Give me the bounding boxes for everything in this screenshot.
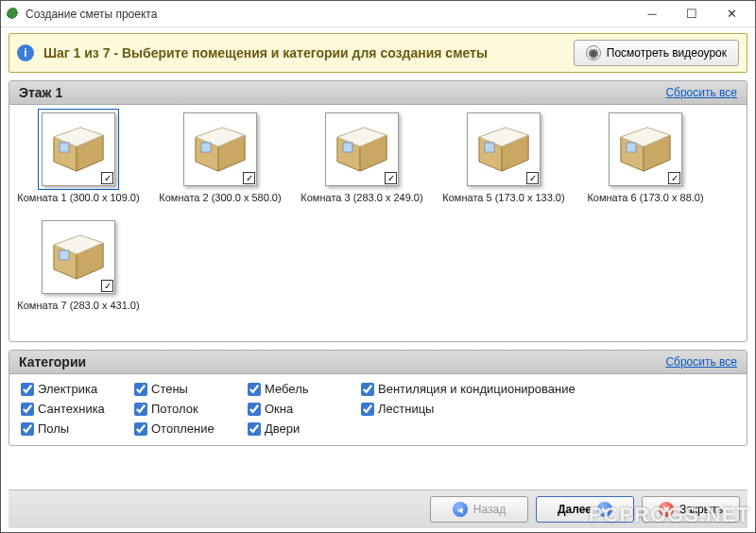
floor-panel-header: Этаж 1 Сбросить все xyxy=(9,81,747,105)
back-button[interactable]: ◄ Назад xyxy=(430,496,528,523)
category-checkbox[interactable] xyxy=(21,422,34,436)
category-item[interactable]: Вентиляция и кондиционирование xyxy=(361,382,735,396)
category-checkbox[interactable] xyxy=(361,403,374,416)
category-item[interactable]: Электрика xyxy=(21,382,115,396)
room-checkbox[interactable]: ✓ xyxy=(526,172,539,184)
category-checkbox[interactable] xyxy=(248,403,261,416)
room-item[interactable]: ✓Комната 2 (300.0 x 580.0) xyxy=(159,112,282,203)
svg-rect-9 xyxy=(201,143,211,152)
category-checkbox[interactable] xyxy=(134,403,147,416)
window-controls: ─ ☐ ✕ xyxy=(632,2,751,26)
room-item[interactable]: ✓Комната 3 (283.0 x 249.0) xyxy=(301,112,423,203)
rooms-grid: ✓Комната 1 (300.0 x 109.0)✓Комната 2 (30… xyxy=(17,112,739,311)
step-banner: i Шаг 1 из 7 - Выберите помещения и кате… xyxy=(9,33,747,73)
category-item[interactable]: Стены xyxy=(134,382,229,396)
content-area: i Шаг 1 из 7 - Выберите помещения и кате… xyxy=(1,27,755,532)
floor-title: Этаж 1 xyxy=(19,85,665,100)
room-label: Комната 5 (173.0 x 133.0) xyxy=(442,192,564,203)
room-label: Комната 6 (173.0 x 88.0) xyxy=(587,192,703,203)
room-thumbnail[interactable]: ✓ xyxy=(609,112,682,186)
category-checkbox[interactable] xyxy=(248,422,261,436)
room-label: Комната 3 (283.0 x 249.0) xyxy=(301,192,422,203)
room-checkbox[interactable]: ✓ xyxy=(101,280,113,292)
minimize-button[interactable]: ─ xyxy=(632,2,672,26)
room-item[interactable]: ✓Комната 5 (173.0 x 133.0) xyxy=(442,112,565,203)
category-item[interactable]: Полы xyxy=(21,421,115,436)
category-checkbox[interactable] xyxy=(248,383,261,396)
category-label: Лестницы xyxy=(378,402,434,416)
room-checkbox[interactable]: ✓ xyxy=(668,172,680,184)
arrow-left-icon: ◄ xyxy=(453,502,468,517)
room-label: Комната 1 (300.0 x 109.0) xyxy=(17,192,139,203)
category-label: Стены xyxy=(151,382,188,396)
titlebar: Создание сметы проекта ─ ☐ ✕ xyxy=(1,1,755,27)
camera-icon xyxy=(586,45,601,60)
room-thumbnail[interactable]: ✓ xyxy=(42,220,115,294)
app-icon xyxy=(7,8,20,21)
category-label: Сантехника xyxy=(38,402,105,416)
window-title: Создание сметы проекта xyxy=(26,8,632,21)
room-thumbnail[interactable]: ✓ xyxy=(467,112,541,186)
room-label: Комната 2 (300.0 x 580.0) xyxy=(159,192,281,203)
floor-reset-link[interactable]: Сбросить все xyxy=(665,86,737,99)
category-item[interactable]: Отопление xyxy=(134,421,229,436)
svg-rect-29 xyxy=(60,250,69,260)
svg-rect-14 xyxy=(343,143,352,152)
maximize-button[interactable]: ☐ xyxy=(672,2,712,26)
info-icon: i xyxy=(17,44,34,61)
watch-video-label: Посмотреть видеоурок xyxy=(607,46,727,60)
room-checkbox[interactable]: ✓ xyxy=(385,172,397,184)
category-label: Вентиляция и кондиционирование xyxy=(378,382,576,396)
room-thumbnail[interactable]: ✓ xyxy=(183,112,257,186)
category-label: Потолок xyxy=(151,402,198,416)
category-checkbox[interactable] xyxy=(134,383,147,396)
category-item[interactable]: Лестницы xyxy=(361,402,735,416)
floor-panel: Этаж 1 Сбросить все ✓Комната 1 (300.0 x … xyxy=(9,80,747,342)
category-label: Мебель xyxy=(265,382,309,396)
step-text: Шаг 1 из 7 - Выберите помещения и катего… xyxy=(43,45,574,60)
category-label: Полы xyxy=(38,421,69,436)
close-window-button[interactable]: ✕ xyxy=(712,2,751,26)
categories-panel: Категории Сбросить все ЭлектрикаСтеныМеб… xyxy=(9,350,747,446)
room-thumbnail[interactable]: ✓ xyxy=(325,112,399,186)
categories-grid: ЭлектрикаСтеныМебельВентиляция и кондици… xyxy=(21,382,735,436)
next-label: Далее xyxy=(558,503,592,516)
room-checkbox[interactable]: ✓ xyxy=(243,172,255,184)
category-item[interactable]: Мебель xyxy=(248,382,342,396)
rooms-body: ✓Комната 1 (300.0 x 109.0)✓Комната 2 (30… xyxy=(9,105,747,341)
room-label: Комната 7 (283.0 x 431.0) xyxy=(17,300,139,311)
category-checkbox[interactable] xyxy=(361,383,374,396)
category-checkbox[interactable] xyxy=(134,422,147,436)
category-label: Электрика xyxy=(38,382,97,396)
category-label: Окна xyxy=(265,402,293,416)
room-item[interactable]: ✓Комната 7 (283.0 x 431.0) xyxy=(17,220,140,311)
back-label: Назад xyxy=(473,503,506,516)
category-item[interactable]: Потолок xyxy=(134,402,229,416)
room-thumbnail[interactable]: ✓ xyxy=(42,112,115,186)
room-checkbox[interactable]: ✓ xyxy=(101,172,113,184)
category-checkbox[interactable] xyxy=(21,383,34,396)
room-item[interactable]: ✓Комната 6 (173.0 x 88.0) xyxy=(584,112,707,203)
watermark: PCPROGS.NET xyxy=(589,503,750,527)
main-window: Создание сметы проекта ─ ☐ ✕ i Шаг 1 из … xyxy=(0,0,756,533)
svg-rect-24 xyxy=(627,143,636,152)
categories-body: ЭлектрикаСтеныМебельВентиляция и кондици… xyxy=(9,374,747,445)
categories-title: Категории xyxy=(19,354,665,370)
svg-rect-4 xyxy=(60,143,69,152)
category-label: Двери xyxy=(265,421,300,436)
category-item[interactable]: Двери xyxy=(248,421,342,436)
categories-reset-link[interactable]: Сбросить все xyxy=(665,355,737,369)
category-checkbox[interactable] xyxy=(21,403,34,416)
watch-video-button[interactable]: Посмотреть видеоурок xyxy=(574,40,739,66)
category-item[interactable]: Окна xyxy=(248,402,342,416)
category-item[interactable]: Сантехника xyxy=(21,402,115,416)
categories-panel-header: Категории Сбросить все xyxy=(9,351,747,374)
room-item[interactable]: ✓Комната 1 (300.0 x 109.0) xyxy=(17,112,140,203)
category-label: Отопление xyxy=(151,421,215,436)
svg-rect-19 xyxy=(485,143,494,152)
